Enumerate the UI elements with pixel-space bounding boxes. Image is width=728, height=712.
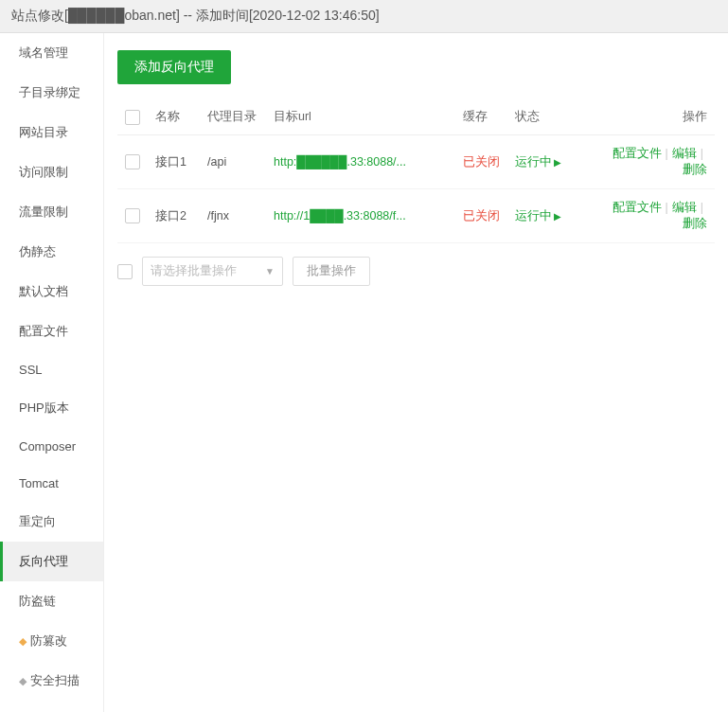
config-link[interactable]: 配置文件 xyxy=(613,147,662,160)
cell-dir: /api xyxy=(200,135,266,189)
sidebar-item-10[interactable]: Composer xyxy=(0,428,103,465)
proxy-table: 名称 代理目录 目标url 缓存 状态 操作 接口1/apihttp:█████… xyxy=(117,99,715,243)
delete-link[interactable]: 删除 xyxy=(683,163,707,176)
cell-ops: 配置文件|编辑|删除 xyxy=(593,135,715,189)
config-link[interactable]: 配置文件 xyxy=(613,201,662,214)
sidebar-item-label: 域名管理 xyxy=(19,44,68,62)
sidebar-item-label: PHP版本 xyxy=(19,400,69,417)
sidebar-item-15[interactable]: ◆防篡改 xyxy=(0,621,103,661)
sidebar-item-1[interactable]: 子目录绑定 xyxy=(0,73,103,113)
delete-link[interactable]: 删除 xyxy=(683,217,707,230)
cell-cache: 已关闭 xyxy=(455,189,507,243)
sidebar-item-17[interactable]: 网站日志 xyxy=(0,701,103,712)
sidebar: 域名管理子目录绑定网站目录访问限制流量限制伪静态默认文档配置文件SSLPHP版本… xyxy=(0,33,104,712)
sidebar-item-6[interactable]: 默认文档 xyxy=(0,272,103,312)
edit-link[interactable]: 编辑 xyxy=(672,201,697,214)
cell-ops: 配置文件|编辑|删除 xyxy=(593,189,715,243)
col-dir: 代理目录 xyxy=(200,99,266,135)
gem-icon: ◆ xyxy=(19,635,27,648)
select-all-checkbox[interactable] xyxy=(125,110,140,125)
sidebar-item-0[interactable]: 域名管理 xyxy=(0,33,103,73)
sidebar-item-11[interactable]: Tomcat xyxy=(0,465,103,502)
sidebar-item-label: 伪静态 xyxy=(19,243,56,260)
table-row: 接口2/fjnxhttp://1████.33:8088/f...已关闭运行中▶… xyxy=(117,189,715,243)
play-icon: ▶ xyxy=(554,157,561,168)
row-checkbox[interactable] xyxy=(125,208,140,223)
sidebar-item-label: 访问限制 xyxy=(19,164,68,181)
cell-dir: /fjnx xyxy=(200,189,266,243)
bulk-select-checkbox[interactable] xyxy=(117,264,133,279)
play-icon: ▶ xyxy=(554,211,561,222)
sidebar-item-16[interactable]: ◆安全扫描 xyxy=(0,661,103,701)
sidebar-item-label: Tomcat xyxy=(19,476,59,490)
col-name: 名称 xyxy=(148,99,200,135)
sidebar-item-3[interactable]: 访问限制 xyxy=(0,152,103,192)
sidebar-item-label: 配置文件 xyxy=(19,323,68,340)
main-panel: 添加反向代理 名称 代理目录 目标url 缓存 状态 操作 接口1/apihtt… xyxy=(104,33,728,712)
sidebar-item-label: 流量限制 xyxy=(19,204,68,221)
bulk-action-select[interactable]: 请选择批量操作 ▼ xyxy=(142,257,283,286)
row-checkbox[interactable] xyxy=(125,154,140,169)
gem-icon: ◆ xyxy=(19,675,27,687)
cell-url: http:██████.33:8088/... xyxy=(266,135,455,189)
col-ops: 操作 xyxy=(593,99,715,135)
sidebar-item-4[interactable]: 流量限制 xyxy=(0,192,103,232)
sidebar-item-label: 防盗链 xyxy=(19,593,56,610)
sidebar-item-label: 反向代理 xyxy=(19,553,68,570)
col-url: 目标url xyxy=(266,99,455,135)
col-cache: 缓存 xyxy=(455,99,507,135)
sidebar-item-12[interactable]: 重定向 xyxy=(0,502,103,542)
url-link[interactable]: http://1████.33:8088/f... xyxy=(274,209,406,222)
sidebar-item-label: SSL xyxy=(19,363,43,377)
chevron-down-icon: ▼ xyxy=(265,266,275,276)
sidebar-item-label: 默认文档 xyxy=(19,283,68,300)
edit-link[interactable]: 编辑 xyxy=(672,147,697,160)
col-state: 状态 xyxy=(507,99,593,135)
cell-state: 运行中▶ xyxy=(507,135,593,189)
sidebar-item-label: 子目录绑定 xyxy=(19,84,80,101)
cell-url: http://1████.33:8088/f... xyxy=(266,189,455,243)
sidebar-item-label: 重定向 xyxy=(19,513,56,530)
sidebar-item-9[interactable]: PHP版本 xyxy=(0,388,103,428)
cell-state: 运行中▶ xyxy=(507,189,593,243)
sidebar-item-13[interactable]: 反向代理 xyxy=(0,542,103,581)
sidebar-item-2[interactable]: 网站目录 xyxy=(0,113,103,152)
table-row: 接口1/apihttp:██████.33:8088/...已关闭运行中▶配置文… xyxy=(117,135,715,189)
sidebar-item-label: 网站目录 xyxy=(19,124,68,141)
bulk-select-placeholder: 请选择批量操作 xyxy=(151,263,237,279)
cell-name: 接口2 xyxy=(148,189,200,243)
sidebar-item-5[interactable]: 伪静态 xyxy=(0,232,103,272)
add-reverse-proxy-button[interactable]: 添加反向代理 xyxy=(117,50,231,84)
sidebar-item-7[interactable]: 配置文件 xyxy=(0,312,103,351)
url-link[interactable]: http:██████.33:8088/... xyxy=(274,155,406,169)
sidebar-item-8[interactable]: SSL xyxy=(0,351,103,388)
sidebar-item-14[interactable]: 防盗链 xyxy=(0,581,103,621)
sidebar-item-label: Composer xyxy=(19,439,76,454)
sidebar-item-label: 防篡改 xyxy=(30,632,67,650)
cell-cache: 已关闭 xyxy=(455,135,507,189)
bulk-action-button[interactable]: 批量操作 xyxy=(293,257,370,286)
sidebar-item-label: 安全扫描 xyxy=(30,672,80,689)
cell-name: 接口1 xyxy=(148,135,200,189)
window-title: 站点修改[██████oban.net] -- 添加时间[2020-12-02 … xyxy=(0,0,728,33)
